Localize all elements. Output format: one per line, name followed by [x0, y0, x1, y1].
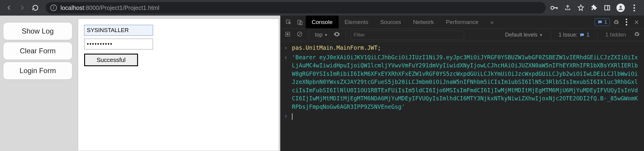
- successful-button[interactable]: Successful: [84, 54, 138, 66]
- url-text: localhost:8000/Project1/Project1.html: [60, 4, 159, 11]
- close-devtools-icon[interactable]: [631, 19, 642, 25]
- browser-toolbar: i localhost:8000/Project1/Project1.html: [0, 0, 644, 16]
- back-button[interactable]: [4, 2, 14, 13]
- login-form-card: Successful: [78, 19, 279, 151]
- devtools-tabbar: Console Elements Sources Network Perform…: [281, 16, 644, 29]
- devtools-panel: Console Elements Sources Network Perform…: [280, 16, 644, 151]
- filter-input[interactable]: [350, 31, 464, 40]
- play-icon[interactable]: [283, 31, 293, 38]
- console-toolbar: top ▼ Default levels ▼ 1 Issue: 1 1 hi: [281, 29, 644, 41]
- more-vert-icon[interactable]: [621, 19, 631, 25]
- svg-line-11: [298, 33, 301, 36]
- prompt-arrow-icon: ›: [284, 112, 289, 120]
- settings-gear-icon[interactable]: [611, 19, 621, 25]
- clear-form-button[interactable]: Clear Form: [3, 42, 72, 60]
- profile-avatar-icon[interactable]: [616, 4, 625, 12]
- tab-elements[interactable]: Elements: [339, 16, 374, 28]
- hidden-count: 1 hidden: [605, 32, 626, 38]
- console-input-echo: pas.UnitMain.MainForm.JWT;: [292, 44, 381, 52]
- console-output-value: 'Bearer eyJ0eXAiOiJKV1QiLCJhbGciOiJIUzI1…: [292, 53, 640, 111]
- site-info-icon[interactable]: i: [50, 4, 57, 11]
- browser-actions: [551, 4, 638, 12]
- svg-rect-3: [605, 6, 610, 10]
- page-content: Show Log Clear Form Login Form Successfu…: [0, 16, 280, 151]
- username-input[interactable]: [84, 25, 153, 36]
- login-form-button[interactable]: Login Form: [3, 62, 72, 80]
- output-arrow-icon: ‹: [284, 53, 289, 111]
- tab-more[interactable]: »: [484, 16, 500, 28]
- password-key-icon[interactable]: [551, 4, 558, 12]
- toolbar-gear-icon[interactable]: [632, 31, 642, 39]
- input-arrow-icon: ›: [284, 44, 289, 52]
- tab-console[interactable]: Console: [306, 16, 339, 28]
- action-panel: Show Log Clear Form Login Form: [3, 22, 72, 80]
- show-log-button[interactable]: Show Log: [3, 22, 72, 40]
- context-selector[interactable]: top ▼: [313, 31, 330, 39]
- tab-performance[interactable]: Performance: [440, 16, 484, 28]
- svg-point-0: [551, 6, 554, 9]
- extensions-icon[interactable]: [590, 4, 598, 12]
- password-input[interactable]: [84, 39, 153, 49]
- side-panel-icon[interactable]: [603, 4, 611, 12]
- address-bar[interactable]: i localhost:8000/Project1/Project1.html: [46, 2, 546, 13]
- svg-rect-2: [557, 7, 557, 9]
- console-output[interactable]: › pas.UnitMain.MainForm.JWT; ‹ 'Bearer e…: [281, 41, 644, 151]
- issues-link[interactable]: 1 Issue: 1: [559, 32, 590, 38]
- tab-network[interactable]: Network: [407, 16, 440, 28]
- reload-button[interactable]: [30, 2, 41, 13]
- device-toggle-icon[interactable]: [294, 19, 306, 25]
- bookmark-star-icon[interactable]: [577, 4, 585, 12]
- tab-sources[interactable]: Sources: [374, 16, 407, 28]
- eye-icon[interactable]: [332, 32, 342, 38]
- issues-chip[interactable]: 1: [595, 18, 610, 26]
- log-levels-selector[interactable]: Default levels ▼: [505, 32, 543, 38]
- svg-rect-7: [298, 20, 301, 24]
- inspect-element-icon[interactable]: [283, 19, 294, 25]
- console-prompt[interactable]: [292, 112, 293, 120]
- svg-point-5: [619, 6, 622, 8]
- clear-console-icon[interactable]: [295, 31, 304, 39]
- menu-icon[interactable]: [630, 4, 638, 12]
- share-icon[interactable]: [564, 4, 572, 12]
- forward-button[interactable]: [17, 2, 28, 13]
